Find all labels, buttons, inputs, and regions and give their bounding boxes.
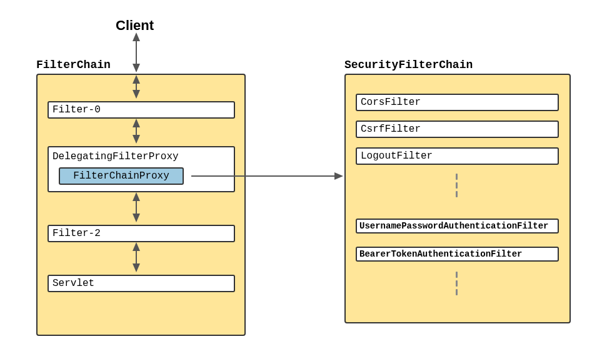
cors-filter-box: CorsFilter — [356, 94, 559, 111]
filter-0-box: Filter-0 — [48, 101, 235, 119]
filter-chain-proxy-box: FilterChainProxy — [59, 167, 184, 185]
delegating-filter-proxy-box: DelegatingFilterProxy FilterChainProxy — [48, 146, 235, 192]
ellipsis-icon — [456, 272, 458, 295]
securityfilterchain-container: CorsFilter CsrfFilter LogoutFilter Usern… — [344, 74, 571, 323]
filter-2-box: Filter-2 — [48, 225, 235, 242]
filterchain-title: FilterChain — [36, 59, 111, 71]
csrf-filter-box: CsrfFilter — [356, 121, 559, 138]
username-password-auth-filter-box: UsernamePasswordAuthenticationFilter — [356, 219, 559, 234]
delegating-filter-proxy-label: DelegatingFilterProxy — [53, 151, 230, 162]
ellipsis-icon — [456, 174, 458, 197]
client-label: Client — [116, 17, 154, 34]
bearer-token-auth-filter-box: BearerTokenAuthenticationFilter — [356, 247, 559, 262]
servlet-box: Servlet — [48, 275, 235, 292]
securityfilterchain-title: SecurityFilterChain — [344, 59, 473, 71]
filterchain-container: Filter-0 DelegatingFilterProxy FilterCha… — [36, 74, 246, 336]
logout-filter-box: LogoutFilter — [356, 147, 559, 165]
